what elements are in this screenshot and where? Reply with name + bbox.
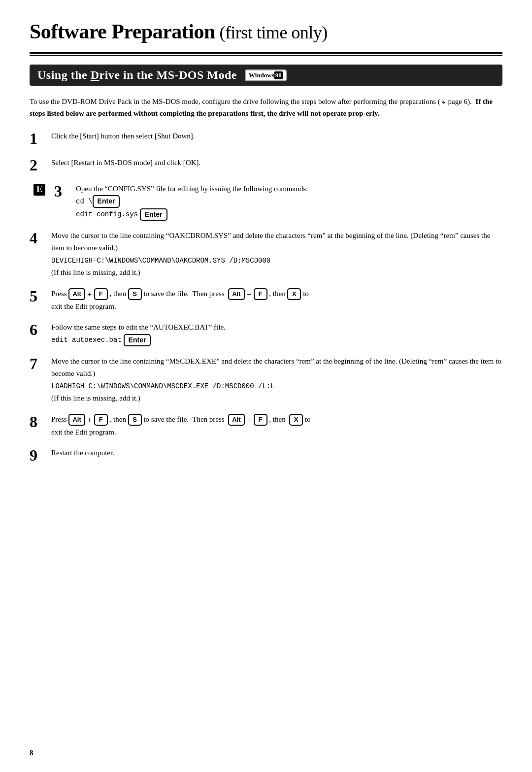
step-content-1: Click the [Start] button then select [Sh…	[51, 130, 502, 142]
f-key-4: F	[254, 414, 267, 426]
divider-bottom	[30, 55, 502, 56]
f-key-1: F	[94, 288, 108, 300]
enter-btn-cd: Enter	[93, 195, 120, 208]
loadhigh-cmd: LOADHIGH C:\WINDOWS\COMMAND\MSCDEX.EXE /…	[51, 382, 275, 390]
steps-container: 1 Click the [Start] button then select […	[30, 130, 502, 464]
step-content-9: Restart the computer.	[51, 447, 502, 459]
enter-btn-autoexec: Enter	[124, 334, 151, 347]
step-content-4: Move the cursor to the line containing “…	[51, 230, 502, 278]
plus-4: +	[247, 416, 251, 424]
step-1: 1 Click the [Start] button then select […	[30, 130, 502, 147]
f-key-2: F	[254, 288, 267, 300]
f-key-3: F	[94, 414, 108, 426]
step-2: 2 Select [Restart in MS-DOS mode] and cl…	[30, 157, 502, 174]
intro-text: To use the DVD-ROM Drive Pack in the MS-…	[30, 96, 502, 119]
alt-key-4: Alt	[228, 414, 244, 426]
step-content-3: Open the “CONFIG.SYS” file for editing b…	[76, 183, 502, 221]
divider-top	[30, 52, 502, 54]
edit-autoexec-cmd: edit autoexec.bat	[51, 336, 122, 344]
step-content-2: Select [Restart in MS-DOS mode] and clic…	[51, 157, 502, 169]
step-4: 4 Move the cursor to the line containing…	[30, 230, 502, 278]
section-header: Using the Drive in the MS-DOS Mode Windo…	[30, 65, 502, 86]
e-marker: E	[33, 184, 45, 196]
step-3: E 3 Open the “CONFIG.SYS” file for editi…	[54, 183, 502, 221]
plus-1: +	[88, 290, 92, 298]
badge-num: 98	[274, 71, 283, 79]
section-header-title: Using the Drive in the MS-DOS Mode	[37, 68, 237, 82]
step-num-8: 8	[30, 413, 48, 431]
step-6: 6 Follow the same steps to edit the “AUT…	[30, 321, 502, 346]
step-num-9: 9	[30, 447, 48, 464]
step-num-5: 5	[30, 288, 48, 305]
alt-key-3: Alt	[68, 414, 85, 426]
windows98-badge: Windows98	[245, 69, 287, 81]
step-content-6: Follow the same steps to edit the “AUTOE…	[51, 321, 502, 346]
command-cd: cd \	[76, 198, 93, 205]
x-key-2: X	[289, 414, 303, 426]
plus-3: +	[88, 416, 92, 424]
step-content-5: Press Alt + F , then S to save the file.…	[51, 288, 502, 313]
s-key-1: S	[128, 288, 142, 300]
step-content-7: Move the cursor to the line containing “…	[51, 355, 502, 404]
x-key-1: X	[287, 288, 301, 300]
step-num-6: 6	[30, 321, 48, 338]
s-key-2: S	[128, 414, 142, 426]
step-9: 9 Restart the computer.	[30, 447, 502, 464]
alt-key-2: Alt	[228, 288, 244, 300]
step-content-8: Press Alt + F , then S to save the file.…	[51, 413, 502, 438]
win-text: Windows	[249, 71, 274, 79]
step-num-4: 4	[30, 230, 48, 247]
command-edit: edit config.sys	[76, 210, 138, 218]
devicehigh-cmd: DEVICEHIGH=C:\WINDOWS\COMMAND\OAKCDROM.S…	[51, 257, 270, 265]
enter-btn-edit: Enter	[140, 208, 167, 221]
step-num-7: 7	[30, 355, 48, 372]
step-num-3: 3	[54, 183, 73, 200]
page-title: Software Preparation (first time only)	[30, 20, 502, 43]
step-num-1: 1	[30, 130, 48, 147]
step-5: 5 Press Alt + F , then S to save the fil…	[30, 288, 502, 313]
page-title-normal: (first time only)	[215, 23, 328, 42]
page-title-bold: Software Preparation	[30, 20, 215, 43]
underline-d: D	[91, 68, 100, 81]
step-num-2: 2	[30, 157, 48, 174]
step-8: 8 Press Alt + F , then S to save the fil…	[30, 413, 502, 438]
alt-key-1: Alt	[68, 288, 85, 300]
plus-2: +	[247, 290, 251, 298]
step-7: 7 Move the cursor to the line containing…	[30, 355, 502, 404]
page-number: 8	[30, 749, 33, 757]
